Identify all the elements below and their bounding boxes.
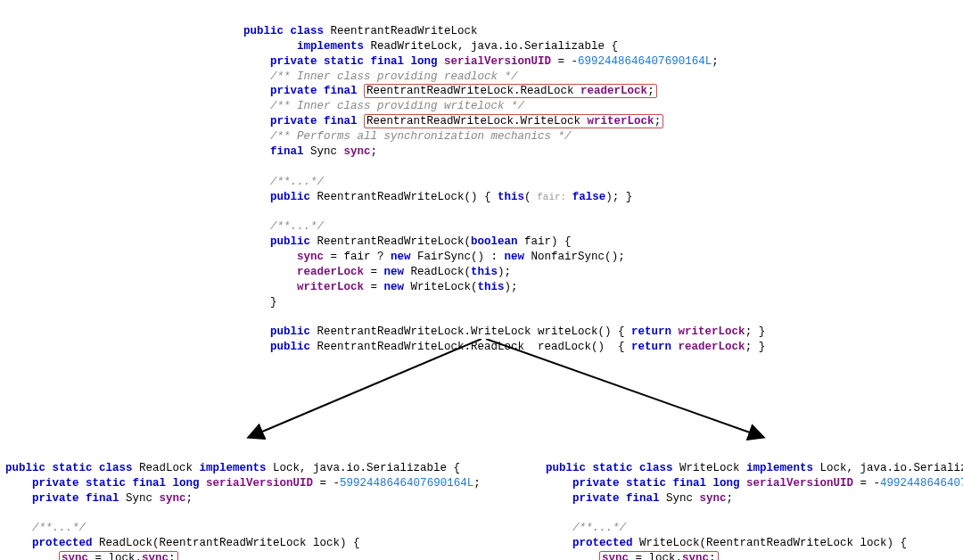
field-sync: sync bbox=[602, 552, 629, 560]
code-text: Sync bbox=[119, 492, 160, 505]
code-text: ReentrantReadWriteLock.ReadLock readLock… bbox=[310, 341, 631, 353]
code-text: ( bbox=[524, 191, 531, 203]
comment: /**...*/ bbox=[270, 220, 324, 233]
keyword-new: new bbox=[505, 251, 525, 263]
code-text: = - bbox=[313, 477, 340, 490]
code-text: ; bbox=[654, 115, 662, 128]
code-text: ReentrantReadWriteLock( bbox=[310, 235, 471, 248]
code-text: Sync bbox=[660, 492, 700, 505]
code-text: ; bbox=[709, 552, 716, 560]
field-sync: sync bbox=[297, 251, 324, 263]
field-sync: sync bbox=[344, 145, 371, 158]
keyword-implements: implements bbox=[746, 462, 813, 474]
keyword-return: return bbox=[631, 325, 671, 338]
keyword-final: final bbox=[270, 145, 304, 158]
number-literal: 5992448646407690164L bbox=[340, 477, 473, 490]
keyword-implements: implements bbox=[297, 40, 364, 53]
field-serialversion: serialVersionUID bbox=[746, 477, 853, 490]
field-serialversion: serialVersionUID bbox=[444, 55, 551, 68]
parameter-hint: fair: bbox=[531, 192, 572, 202]
keyword-new: new bbox=[384, 281, 405, 293]
comment: /**...*/ bbox=[572, 522, 626, 534]
comment: /** Performs all synchronization mechani… bbox=[270, 130, 572, 143]
highlighted-sync-assign: sync = lock.sync; bbox=[59, 551, 178, 560]
field-readerlock: readerLock bbox=[297, 266, 364, 278]
modifiers: public static class bbox=[5, 462, 133, 474]
field-sync: sync bbox=[682, 552, 709, 560]
keyword-false: false bbox=[572, 191, 606, 203]
readlock-code-block: public static class ReadLock implements … bbox=[5, 446, 481, 560]
modifiers: private final bbox=[32, 492, 119, 505]
field-readerlock: readerLock bbox=[671, 341, 745, 353]
code-text: = - bbox=[551, 55, 578, 68]
class-name: WriteLock bbox=[673, 462, 747, 474]
code-text: ; bbox=[647, 85, 654, 97]
keyword-class: class bbox=[291, 25, 325, 37]
code-text: ; } bbox=[745, 325, 766, 338]
code-text: = fair ? bbox=[324, 251, 391, 263]
keyword-implements: implements bbox=[200, 462, 267, 474]
field-writerlock: writerLock bbox=[671, 325, 745, 338]
code-text: = bbox=[364, 266, 384, 278]
modifiers: private static final long bbox=[572, 477, 740, 490]
code-text: ReadWriteLock, java.io.Serializable { bbox=[371, 40, 619, 53]
code-text: = - bbox=[853, 477, 880, 490]
field-sync: sync bbox=[62, 552, 88, 560]
code-text: ReadLock(ReentrantReadWriteLock lock) { bbox=[93, 537, 360, 549]
code-text: Lock, java.io.Serializable { bbox=[267, 462, 461, 474]
code-text: ReentrantReadWriteLock.WriteLock writeLo… bbox=[310, 325, 631, 338]
code-text: ; } bbox=[745, 341, 766, 353]
code-text: WriteLock( bbox=[404, 281, 478, 293]
keyword-boolean: boolean bbox=[471, 235, 518, 248]
code-text: Lock, java.io.Serializable { bbox=[813, 462, 963, 474]
field-sync: sync bbox=[142, 552, 169, 560]
highlighted-readerlock-decl: ReentrantReadWriteLock.ReadLock readerLo… bbox=[364, 84, 657, 98]
keyword-this: this bbox=[471, 266, 498, 278]
code-text: ; bbox=[473, 477, 481, 490]
keyword-new: new bbox=[391, 251, 411, 263]
code-text: ); bbox=[498, 266, 511, 278]
keyword-this: this bbox=[498, 191, 524, 203]
class-name: ReentrantReadWriteLock bbox=[331, 25, 478, 37]
code-text: ReentrantReadWriteLock.WriteLock bbox=[366, 115, 588, 128]
code-text: WriteLock(ReentrantReadWriteLock lock) { bbox=[633, 537, 908, 549]
code-text: = lock. bbox=[88, 552, 142, 560]
comment: /**...*/ bbox=[32, 522, 86, 534]
code-text: ); } bbox=[605, 191, 632, 203]
code-text: fair) { bbox=[518, 235, 572, 248]
keyword-protected: protected bbox=[572, 537, 633, 549]
code-text: FairSync() : bbox=[411, 251, 505, 263]
code-text: ; bbox=[169, 552, 176, 560]
code-text: } bbox=[270, 296, 277, 309]
keyword-public: public bbox=[243, 25, 284, 37]
top-code-block: public class ReentrantReadWriteLock impl… bbox=[243, 9, 765, 355]
code-text: ReentrantReadWriteLock.ReadLock bbox=[366, 85, 580, 97]
comment: /** Inner class providing readlock */ bbox=[270, 70, 518, 83]
field-writerlock: writerLock bbox=[297, 281, 364, 293]
modifiers: private final bbox=[572, 492, 660, 505]
code-text: ReentrantReadWriteLock() { bbox=[310, 191, 498, 203]
comment: /**...*/ bbox=[270, 176, 324, 188]
code-text: ); bbox=[505, 281, 518, 293]
keyword-public: public bbox=[270, 191, 310, 203]
highlighted-sync-assign: sync = lock.sync; bbox=[599, 551, 719, 560]
code-text: = bbox=[364, 281, 384, 293]
field-sync: sync bbox=[700, 492, 727, 505]
modifiers: private static final long bbox=[32, 477, 200, 490]
comment: /** Inner class providing writelock */ bbox=[270, 100, 524, 112]
code-text: ; bbox=[371, 145, 378, 158]
keyword-public: public bbox=[270, 325, 310, 338]
keyword-public: public bbox=[270, 341, 310, 353]
field-sync: sync bbox=[160, 492, 186, 505]
class-name: ReadLock bbox=[133, 462, 200, 474]
keyword-protected: protected bbox=[32, 537, 93, 549]
keyword-return: return bbox=[631, 341, 671, 353]
writelock-code-block: public static class WriteLock implements… bbox=[546, 446, 963, 560]
field-serialversion: serialVersionUID bbox=[206, 477, 313, 490]
code-text: ReadLock( bbox=[404, 266, 471, 278]
code-text: NonfairSync(); bbox=[524, 251, 625, 263]
number-literal: 6992448646407690164L bbox=[578, 55, 712, 68]
keyword-this: this bbox=[478, 281, 505, 293]
field-writerlock: writerLock bbox=[588, 115, 654, 128]
code-text: ; bbox=[186, 492, 193, 505]
